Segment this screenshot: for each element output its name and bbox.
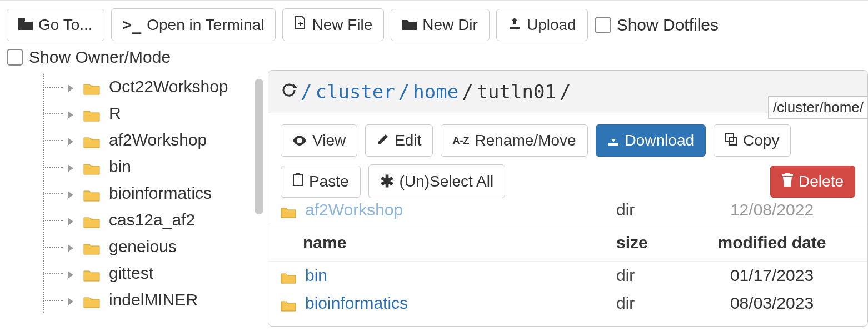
file-name-cell: af2Workshop <box>281 200 616 219</box>
copy-button[interactable]: Copy <box>714 124 791 157</box>
copy-label: Copy <box>743 132 779 149</box>
folder-icon <box>281 269 297 282</box>
table-header: name size modified date <box>268 224 867 262</box>
file-name: bioinformatics <box>305 294 408 313</box>
folder-icon <box>83 133 100 147</box>
folder-icon <box>83 240 100 253</box>
expand-toggle-icon[interactable] <box>67 131 74 149</box>
show-dotfiles-toggle[interactable]: Show Dotfiles <box>595 16 719 34</box>
file-actions: View Edit A-Z Rename/Move Download Copy <box>268 113 867 157</box>
show-ownermode-label: Show Owner/Mode <box>29 48 171 67</box>
view-label: View <box>312 132 346 149</box>
rename-label: Rename/Move <box>475 132 576 149</box>
new-file-label: New File <box>312 16 372 34</box>
svg-rect-1 <box>510 27 520 29</box>
tree-item[interactable]: geneious <box>41 233 267 260</box>
tree-connector-icon <box>41 157 63 176</box>
folder-solid-icon <box>18 16 33 34</box>
tree-item-label: gittest <box>109 264 153 283</box>
tree-item-label: cas12a_af2 <box>109 210 195 229</box>
show-ownermode-toggle[interactable]: Show Owner/Mode <box>7 48 861 67</box>
new-file-button[interactable]: New File <box>282 8 384 41</box>
expand-toggle-icon[interactable] <box>67 210 74 229</box>
pencil-icon <box>377 132 389 149</box>
selectall-button[interactable]: ✱ (Un)Select All <box>368 164 506 198</box>
open-terminal-button[interactable]: >_ Open in Terminal <box>111 8 276 41</box>
tree-connector-icon <box>41 237 63 256</box>
table-row[interactable]: bioinformatics dir 08/03/2023 <box>268 289 867 317</box>
tree-item[interactable]: af2Workshop <box>41 127 267 153</box>
expand-toggle-icon[interactable] <box>67 157 74 176</box>
col-date[interactable]: modified date <box>689 233 855 252</box>
eye-icon <box>292 132 307 149</box>
upload-button[interactable]: Upload <box>496 9 588 41</box>
az-icon: A-Z <box>452 135 469 147</box>
tree-item-label: R <box>109 104 121 123</box>
tree-connector-icon <box>41 104 63 123</box>
upload-icon <box>508 16 521 34</box>
breadcrumb-seg[interactable]: / <box>301 81 312 103</box>
file-name-cell: bioinformatics <box>281 294 616 313</box>
selectall-label: (Un)Select All <box>400 173 494 190</box>
expand-toggle-icon[interactable] <box>67 77 74 96</box>
col-size[interactable]: size <box>616 233 689 252</box>
refresh-icon[interactable] <box>281 81 297 103</box>
download-icon <box>607 132 620 149</box>
tree-connector-icon <box>41 77 63 96</box>
tree-item-label: bioinformatics <box>109 184 212 203</box>
tree-item[interactable]: Oct22Workshop <box>41 73 267 100</box>
download-label: Download <box>625 132 695 149</box>
tree-connector-icon <box>41 264 63 283</box>
edit-button[interactable]: Edit <box>365 124 433 157</box>
tree-item[interactable]: bin <box>41 153 267 180</box>
paste-button[interactable]: Paste <box>281 165 361 198</box>
tree-connector-icon <box>41 210 63 229</box>
delete-button[interactable]: Delete <box>770 165 855 198</box>
tree-item-label: indelMINER <box>109 290 198 309</box>
asterisk-icon: ✱ <box>380 172 394 191</box>
breadcrumb-sep: / <box>560 81 571 103</box>
tree-item-label: bin <box>109 157 131 176</box>
terminal-icon: >_ <box>123 16 142 34</box>
tree-item[interactable]: bioinformatics <box>41 180 267 207</box>
tree-item[interactable]: indelMINER <box>41 287 267 313</box>
goto-button[interactable]: Go To... <box>7 9 104 41</box>
breadcrumb-seg[interactable]: home <box>413 81 458 103</box>
file-date-cell: 12/08/2022 <box>689 200 855 219</box>
upload-label: Upload <box>527 16 576 34</box>
expand-toggle-icon[interactable] <box>67 237 74 256</box>
rename-button[interactable]: A-Z Rename/Move <box>441 124 587 157</box>
tree-item[interactable]: gittest <box>41 260 267 287</box>
expand-toggle-icon[interactable] <box>67 264 74 283</box>
show-dotfiles-label: Show Dotfiles <box>617 16 719 34</box>
expand-toggle-icon[interactable] <box>67 290 74 309</box>
tree-connector-icon <box>41 290 63 309</box>
tree-connector-icon <box>41 184 63 203</box>
file-size-cell: dir <box>616 266 689 285</box>
breadcrumb-seg[interactable]: / <box>398 81 410 103</box>
delete-label: Delete <box>799 173 844 190</box>
svg-rect-5 <box>296 173 300 175</box>
view-button[interactable]: View <box>281 124 357 157</box>
svg-rect-0 <box>18 18 25 21</box>
edit-label: Edit <box>395 132 421 149</box>
tree-item[interactable]: cas12a_af2 <box>41 207 267 233</box>
table-row[interactable]: bin dir 01/17/2023 <box>268 262 867 289</box>
expand-toggle-icon[interactable] <box>67 184 74 203</box>
tree-item[interactable]: R <box>41 100 267 127</box>
breadcrumb-current: tutln01 <box>477 81 556 103</box>
new-dir-button[interactable]: New Dir <box>391 9 490 41</box>
expand-toggle-icon[interactable] <box>67 104 74 123</box>
goto-label: Go To... <box>38 16 93 34</box>
directory-tree: Oct22Workshop R af2Workshop bin bioinfor… <box>0 70 267 327</box>
folder-icon <box>83 267 100 280</box>
file-size-cell: dir <box>616 200 689 219</box>
file-date-cell: 01/17/2023 <box>689 266 855 285</box>
tree-item-label: af2Workshop <box>109 131 207 149</box>
table-row[interactable]: af2Workshop dir 12/08/2022 <box>268 196 867 224</box>
tree-item-label: Oct22Workshop <box>109 77 228 96</box>
breadcrumb-seg[interactable]: cluster <box>315 81 395 103</box>
top-toolbar: Go To... >_ Open in Terminal New File Ne… <box>0 0 868 70</box>
download-button[interactable]: Download <box>596 124 706 157</box>
col-name[interactable]: name <box>281 233 616 252</box>
